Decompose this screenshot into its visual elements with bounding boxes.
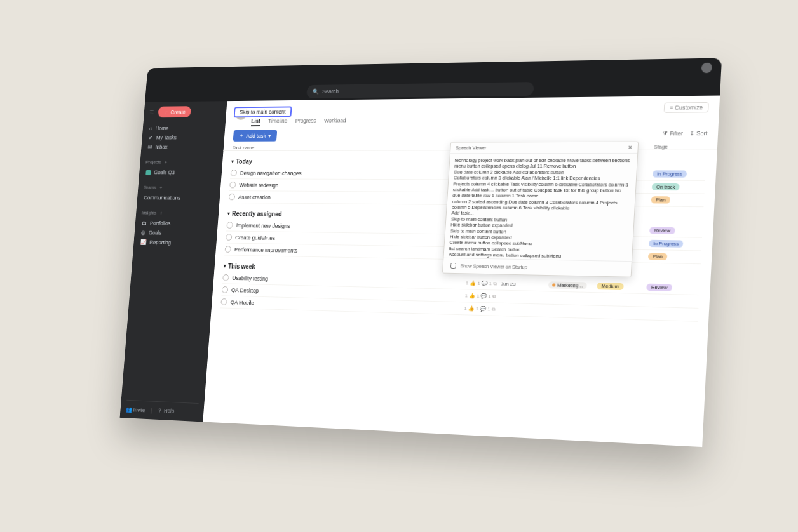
plus-icon[interactable]: ＋ (158, 184, 163, 190)
sort-button[interactable]: ↧ Sort (689, 130, 708, 137)
speech-viewer-window[interactable]: Speech Viewer ✕ technology project work … (442, 142, 639, 277)
task-project-tag (547, 310, 592, 312)
project-color-chip (145, 170, 151, 175)
complete-checkbox[interactable] (222, 274, 229, 281)
complete-checkbox[interactable] (229, 194, 235, 200)
complete-checkbox[interactable] (231, 170, 237, 176)
target-icon: ◎ (141, 230, 146, 236)
sidebar-item-my-tasks[interactable]: ✔My Tasks (147, 133, 219, 142)
project-item[interactable]: Goals Q3 (144, 168, 216, 177)
invite-button[interactable]: 👥 Invite (126, 406, 145, 413)
topbar-avatar[interactable] (701, 63, 712, 74)
search-icon: 🔍 (312, 89, 319, 95)
task-due (499, 309, 543, 310)
task-status (645, 314, 698, 315)
teams-section-title[interactable]: Teams＋ (144, 184, 215, 191)
close-icon[interactable]: ✕ (628, 145, 633, 150)
task-priority: Medium (597, 283, 642, 291)
complete-checkbox[interactable] (220, 298, 227, 305)
sidebar-item-home[interactable]: ⌂Home (148, 123, 220, 133)
filter-button[interactable]: ⧩ Filter (663, 130, 683, 137)
tab-progress[interactable]: Progress (295, 117, 316, 126)
task-name: Create guidelines (235, 234, 465, 244)
sv-startup-label: Show Speech Viewer on Startup (460, 263, 527, 270)
plus-icon[interactable]: ＋ (158, 209, 163, 216)
search-placeholder: Search (322, 88, 339, 95)
tasks-icon: ✔ (149, 135, 154, 140)
insights-item-goals[interactable]: ◎Goals (140, 228, 212, 239)
complete-checkbox[interactable] (226, 234, 233, 241)
task-status: In Progress (653, 170, 706, 177)
home-icon: ⌂ (149, 125, 152, 131)
task-priority (595, 312, 641, 313)
tab-timeline[interactable]: Timeline (268, 118, 288, 126)
task-status: In Progress (649, 240, 702, 248)
speech-viewer-line: column 2 sorted ascending Due date colum… (452, 199, 630, 212)
task-status: On track (652, 183, 705, 191)
insights-item-reporting[interactable]: 📈Reporting (139, 237, 212, 248)
create-button[interactable]: ＋ Create (158, 106, 191, 117)
help-button[interactable]: ？ Help (157, 407, 174, 416)
tab-list[interactable]: List (251, 118, 260, 126)
global-search[interactable]: 🔍 Search (306, 82, 534, 98)
task-priority (597, 299, 642, 300)
task-name: Asset creation (238, 194, 468, 201)
task-name: Implement new designs (236, 222, 466, 231)
task-status (646, 300, 698, 302)
task-status: Plan (648, 253, 701, 261)
tab-workload[interactable]: Workload (323, 117, 346, 126)
caret-icon: ▾ (227, 211, 230, 216)
task-status: Review (646, 284, 700, 292)
task-name: Performance improvements (234, 246, 464, 256)
complete-checkbox[interactable] (229, 182, 236, 188)
complete-checkbox[interactable] (225, 246, 232, 253)
caret-icon: ▾ (224, 263, 226, 269)
task-name: Design navigation changes (240, 170, 470, 177)
team-item[interactable]: Communications (142, 193, 215, 203)
task-project-tag (548, 298, 592, 299)
insights-item-portfolios[interactable]: 🗀Portfolios (140, 218, 213, 229)
complete-checkbox[interactable] (222, 286, 229, 293)
skip-link[interactable]: Skip to main content (234, 106, 292, 117)
complete-checkbox[interactable] (226, 222, 233, 229)
speech-viewer-title: Speech Viewer (456, 145, 487, 150)
speech-viewer-line: Projects column 4 clickable Task visibil… (452, 181, 631, 200)
speech-viewer-line: technology project work back plan out of… (454, 157, 632, 170)
inbox-icon: ✉ (147, 144, 152, 150)
task-status: Review (649, 227, 703, 234)
hamburger-icon[interactable]: ☰ (149, 109, 154, 115)
caret-icon: ▾ (231, 159, 234, 164)
chart-icon: 📈 (140, 239, 146, 245)
col-status[interactable]: Stage (654, 143, 707, 149)
task-due (500, 296, 544, 298)
customize-button[interactable]: ≡ Customize (663, 102, 709, 113)
sidebar-item-inbox[interactable]: ✉Inbox (146, 142, 218, 152)
task-status: Plan (651, 196, 705, 204)
plus-icon[interactable]: ＋ (163, 159, 168, 165)
plus-icon: ＋ (163, 108, 169, 116)
speech-viewer-line: Collaborators column 3 clickable Alan / … (454, 175, 631, 182)
task-meta: 1 👍 1 💬 1 ⧉ (464, 305, 496, 312)
task-project-tag: Marketing… (548, 281, 593, 289)
projects-section-title[interactable]: Projects＋ (145, 159, 217, 165)
task-name: Website redesign (239, 182, 468, 189)
insights-section-title[interactable]: Insights＋ (141, 209, 213, 216)
task-meta: 1 👍 1 💬 1 ⧉ (465, 293, 497, 300)
add-task-button[interactable]: ＋ Add task ▾ (233, 130, 278, 142)
folder-icon: 🗀 (142, 220, 147, 226)
task-name: QA Mobile (230, 299, 461, 312)
task-due: Jun 23 (501, 281, 545, 288)
sv-startup-checkbox[interactable] (450, 263, 456, 269)
task-meta: 1 👍 1 💬 1 ⧉ (466, 280, 497, 287)
